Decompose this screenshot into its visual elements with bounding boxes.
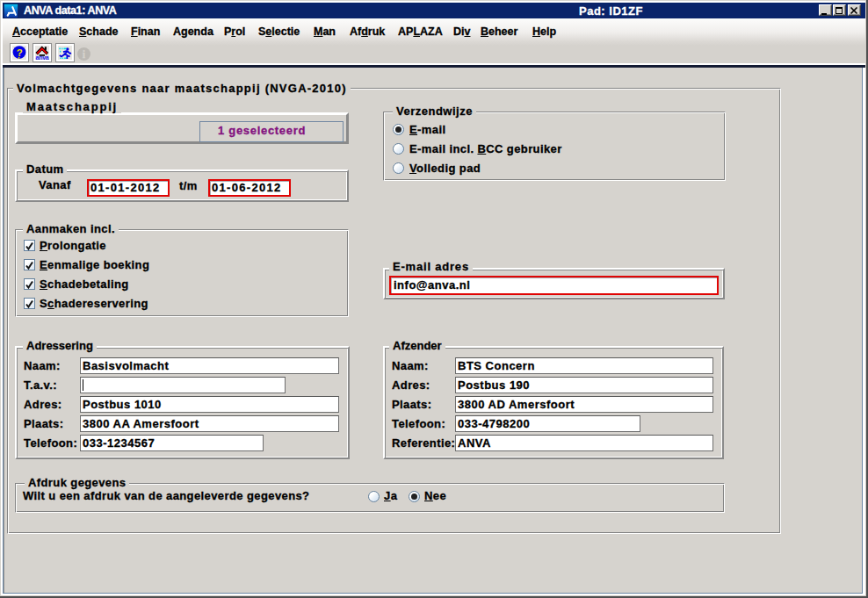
svg-text:?: ? — [17, 47, 23, 58]
svg-text:anva: anva — [36, 54, 49, 60]
